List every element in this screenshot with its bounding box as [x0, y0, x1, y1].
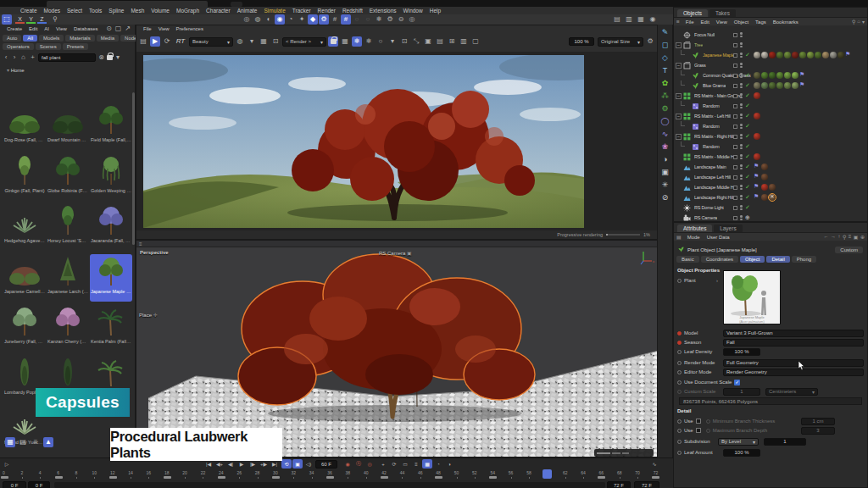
pass-dropdown[interactable]: Beauty▾	[189, 37, 233, 47]
browser-tab-materials[interactable]: Materials	[65, 35, 94, 42]
material-tag[interactable]	[754, 92, 760, 99]
dim-circle1-icon[interactable]: ○	[352, 14, 362, 25]
enabled-check-icon[interactable]: ✓	[745, 82, 750, 89]
material-tag[interactable]	[807, 52, 814, 58]
plant-card-globe-robinia-fall-fl[interactable]: Globe Robinia (Fall, Fl...	[47, 153, 89, 201]
enabled-check-icon[interactable]: ✓	[745, 153, 750, 160]
render-film-icon[interactable]: ▤	[138, 36, 148, 47]
material-tag[interactable]	[754, 113, 760, 119]
menu-volume[interactable]: Volume	[147, 8, 173, 14]
browser-tab-auto[interactable]: Auto	[3, 35, 21, 42]
objects-home-icon[interactable]: ⌂	[857, 19, 860, 25]
material-tag[interactable]	[784, 52, 791, 58]
quantize-icon[interactable]: ◐	[264, 14, 274, 25]
axis-x-button[interactable]: X	[15, 15, 25, 24]
visibility-dots[interactable]	[740, 124, 743, 130]
caret-icon[interactable]: ▾	[247, 36, 257, 47]
xpresso-flag-icon[interactable]: ⚑	[754, 183, 759, 190]
leaf-amount-field[interactable]: 100 %	[723, 449, 760, 457]
grid-icon[interactable]: #	[330, 14, 340, 25]
render-menu-preferences[interactable]: Preferences	[173, 26, 207, 31]
layer-box[interactable]	[733, 64, 737, 68]
material-tag[interactable]	[761, 164, 768, 170]
visibility-dots[interactable]	[740, 103, 743, 109]
browser-tab-all[interactable]: All	[23, 35, 37, 42]
enabled-check-icon[interactable]: ✓	[745, 194, 750, 201]
plant-card-hedgehog-agave-fall[interactable]: Hedgehog Agave (Fall...	[3, 203, 46, 251]
record-button[interactable]: ◉	[342, 459, 353, 469]
object-row-focus-null[interactable]: Focus Null	[674, 30, 867, 40]
enabled-check-icon[interactable]: ✓	[745, 143, 750, 150]
subdivision-mode-dropdown[interactable]: By Level▾	[718, 438, 759, 446]
expander-icon[interactable]: −	[676, 93, 682, 99]
visibility-dots[interactable]	[740, 154, 743, 160]
material-tag[interactable]	[761, 194, 768, 201]
custom-scale-unit-dropdown[interactable]: Centimeters▾	[765, 388, 818, 396]
objects-search-icon[interactable]: ⚲	[852, 19, 855, 25]
home-icon[interactable]: ⌂	[19, 53, 27, 63]
plant-card-jacaranda-fall-plant[interactable]: Jacaranda (Fall, Plant)	[90, 203, 132, 251]
xpresso-flag-icon[interactable]: ⚑	[754, 163, 759, 169]
plant-card-dog-rose-fall-plant[interactable]: Dog-Rose (Fall, Plant)	[3, 103, 46, 150]
dim-circle2-icon[interactable]: ○	[363, 14, 373, 25]
snapshot2-icon[interactable]: ❄	[364, 36, 374, 47]
palette-generator-icon[interactable]: ✿	[660, 78, 670, 88]
objects-menu-edit[interactable]: Edit	[697, 19, 712, 25]
layer-box[interactable]	[733, 43, 737, 47]
expander-icon[interactable]: −	[676, 42, 682, 48]
enabled-check-icon[interactable]: ✓	[745, 204, 750, 211]
browser-menu-ai[interactable]: AI	[41, 26, 53, 31]
key-pla-button[interactable]: ▦	[422, 459, 432, 469]
render-slot-dropdown[interactable]: < Render >▾	[282, 37, 326, 47]
camera-link-icon[interactable]: ⊕	[745, 214, 750, 221]
layer-box[interactable]	[733, 165, 737, 169]
layer-box[interactable]	[733, 175, 737, 180]
enabled-check-icon[interactable]: ✓	[745, 103, 750, 109]
plant-card-ginkgo-fall-plant[interactable]: Ginkgo (Fall, Plant)	[3, 153, 46, 201]
browser-menu-databases[interactable]: Databases	[70, 26, 102, 31]
current-frame-field[interactable]: 60 F	[315, 460, 337, 469]
object-row-rs-matrix-middle-hill[interactable]: RS Matrix - Middle Hill✓	[674, 152, 867, 162]
menu-redshift[interactable]: Redshift	[339, 8, 366, 14]
visibility-dots[interactable]	[740, 164, 743, 170]
popout-icon[interactable]: ↗	[124, 24, 131, 34]
attr-back-icon[interactable]: ←	[823, 234, 828, 240]
object-row-random[interactable]: Random✓	[674, 141, 867, 152]
freeze-icon[interactable]: ❄	[374, 14, 384, 25]
objects-caret-icon[interactable]: ▾	[862, 19, 865, 25]
xpresso-flag-icon[interactable]: ⚑	[845, 51, 850, 58]
expand-arrow-icon[interactable]: ›	[716, 278, 718, 283]
loop-button[interactable]: ⟲	[281, 459, 292, 469]
visibility-dots[interactable]	[740, 175, 743, 180]
material-tag[interactable]	[754, 82, 760, 89]
min-branch-field[interactable]: 1 cm	[801, 418, 835, 425]
forward-icon[interactable]: ›	[11, 53, 18, 63]
attr-filter-icon[interactable]: ≡	[849, 234, 852, 240]
viewport-hud-camera[interactable]: RS Camera ▣	[379, 250, 412, 256]
attr-search-icon[interactable]: ⚲	[843, 234, 846, 240]
workplane-icon[interactable]: ◍	[253, 14, 263, 25]
object-row-common-quaking-grass[interactable]: Common Quaking Grass✓⚑	[674, 70, 867, 80]
menu-mograph[interactable]: MoGraph	[173, 8, 203, 14]
material-tag[interactable]: ✕	[769, 194, 776, 201]
document-tab[interactable]	[47, 1, 208, 7]
extra1-button[interactable]: ◔	[433, 459, 443, 469]
objects-menu-tags[interactable]: Tags	[752, 19, 770, 25]
dots-grid-icon[interactable]: ▦	[340, 36, 350, 47]
object-row-random[interactable]: Random✓	[674, 101, 867, 111]
palette-annotate-icon[interactable]: ⊘	[660, 192, 670, 202]
material-tag[interactable]	[830, 52, 837, 58]
menu-create[interactable]: Create	[17, 8, 41, 14]
section-tab-object[interactable]: Object	[740, 256, 765, 263]
keyframe-selection-button[interactable]: ◎	[364, 459, 375, 469]
palette-deformer-icon[interactable]: ⚙	[660, 103, 670, 114]
list-view-icon[interactable]: ▤	[18, 437, 28, 447]
focus-icon[interactable]: ⊡	[399, 36, 409, 47]
visibility-dots[interactable]	[740, 63, 743, 69]
crop-icon[interactable]: ⊡	[270, 36, 281, 47]
palette-light-tool-icon[interactable]: ✳	[660, 180, 670, 190]
chevron-down-icon[interactable]: ▾	[114, 53, 121, 63]
expander-icon[interactable]: −	[676, 63, 682, 69]
region-icon[interactable]: ○	[376, 36, 386, 47]
max-branch-field[interactable]: 3	[801, 427, 835, 435]
